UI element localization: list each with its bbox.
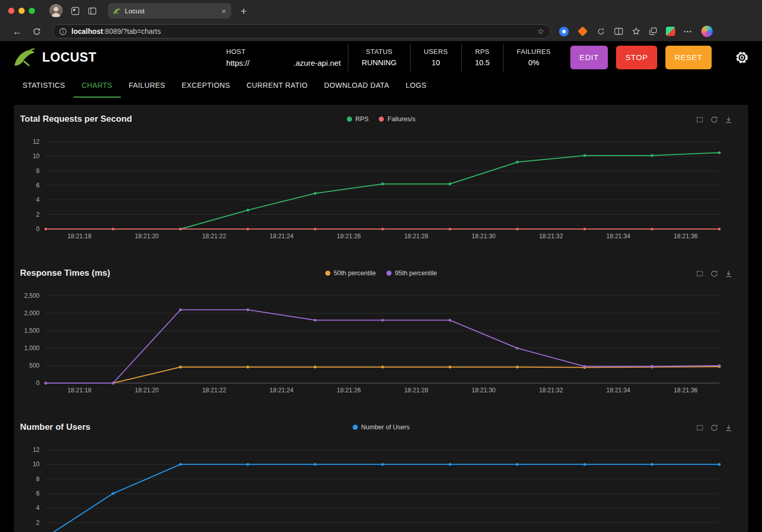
extension-icon-colorful[interactable] — [666, 27, 675, 36]
svg-text:4: 4 — [36, 196, 40, 203]
reset-button[interactable]: RESET — [665, 46, 712, 69]
zoom-select-icon[interactable] — [696, 270, 704, 280]
app-header: LOCUST HOST https://.azure-api.net STATU… — [0, 41, 762, 73]
host-info: HOST https://.azure-api.net — [226, 48, 341, 67]
svg-text:2,000: 2,000 — [24, 310, 40, 317]
host-value: https://.azure-api.net — [226, 59, 341, 67]
svg-text:6: 6 — [36, 490, 40, 497]
zoom-window-button[interactable] — [29, 8, 35, 14]
zoom-select-icon[interactable] — [696, 116, 704, 126]
legend-item[interactable]: 95th percentile — [386, 270, 437, 277]
legend-item[interactable]: RPS — [347, 116, 369, 123]
svg-text:18:21:36: 18:21:36 — [674, 387, 698, 394]
favorites-icon[interactable] — [632, 27, 640, 35]
brand[interactable]: LOCUST — [13, 48, 97, 67]
chart-response-times: Response Times (ms) 50th percentile95th … — [14, 259, 748, 400]
tab-current-ratio[interactable]: CURRENT RATIO — [238, 73, 316, 98]
more-menu-icon[interactable]: ••• — [684, 29, 693, 34]
legend-marker-icon — [325, 271, 330, 276]
download-image-icon[interactable] — [724, 424, 733, 434]
workspaces-icon[interactable] — [71, 7, 80, 15]
svg-text:500: 500 — [29, 362, 40, 369]
legend-item[interactable]: 50th percentile — [325, 270, 376, 277]
extension-icon-blue[interactable] — [559, 27, 569, 36]
app-tabs: STATISTICS CHARTS FAILURES EXCEPTIONS CU… — [0, 73, 762, 98]
zoom-select-icon[interactable] — [696, 424, 704, 434]
address-bar[interactable]: localhost:8089/?tab=charts ☆ — [52, 24, 551, 39]
download-image-icon[interactable] — [724, 116, 733, 126]
locust-logo-icon — [13, 48, 36, 67]
svg-text:4: 4 — [36, 504, 40, 511]
browser-tab[interactable]: Locust × — [108, 3, 231, 18]
bookmark-star-icon[interactable]: ☆ — [537, 27, 544, 36]
tab-charts[interactable]: CHARTS — [73, 73, 121, 98]
svg-text:1,000: 1,000 — [24, 345, 40, 352]
restore-icon[interactable] — [710, 424, 718, 434]
copilot-icon[interactable] — [701, 26, 713, 37]
site-info-icon[interactable] — [59, 28, 67, 35]
chart-legend: 50th percentile95th percentile — [325, 270, 437, 277]
chart-toolbox — [696, 116, 733, 126]
line-chart-response-times[interactable]: 05001,0001,5002,0002,50018:21:1818:21:20… — [14, 281, 748, 400]
sidebar-icon[interactable] — [88, 7, 97, 15]
svg-text:10: 10 — [33, 461, 40, 468]
tab-title: Locust — [125, 7, 144, 15]
stat-label: RPS — [475, 48, 490, 55]
back-icon[interactable]: ← — [12, 27, 22, 36]
stat-status: STATUS RUNNING — [356, 48, 403, 67]
extension-icon-gray[interactable] — [597, 27, 605, 36]
svg-text:18:21:26: 18:21:26 — [337, 387, 361, 394]
brand-title: LOCUST — [42, 50, 97, 65]
svg-text:2: 2 — [36, 519, 40, 526]
chart-toolbox — [696, 424, 733, 434]
svg-text:18:21:20: 18:21:20 — [135, 387, 159, 394]
legend-item[interactable]: Failures/s — [379, 116, 415, 123]
chart-total-requests-per-second: Total Requests per Second RPSFailures/s … — [14, 105, 748, 245]
chart-header: Number of Users Number of Users — [14, 422, 748, 435]
restore-icon[interactable] — [710, 270, 718, 280]
charts-panel: Total Requests per Second RPSFailures/s … — [14, 105, 748, 532]
tab-exceptions[interactable]: EXCEPTIONS — [173, 73, 238, 98]
stop-button[interactable]: STOP — [616, 46, 657, 69]
chart-header: Response Times (ms) 50th percentile95th … — [14, 268, 748, 281]
tab-statistics[interactable]: STATISTICS — [14, 73, 73, 98]
tab-logs[interactable]: LOGS — [398, 73, 435, 98]
svg-text:18:21:18: 18:21:18 — [67, 387, 91, 394]
svg-text:10: 10 — [33, 153, 40, 160]
collections-icon[interactable] — [649, 27, 657, 35]
svg-text:18:21:36: 18:21:36 — [674, 233, 698, 240]
chart-header: Total Requests per Second RPSFailures/s — [14, 114, 748, 127]
stat-users: USERS 10 — [418, 48, 454, 67]
refresh-icon[interactable] — [32, 27, 41, 36]
line-chart-number-of-users[interactable]: 02468101218:21:1818:21:2018:21:2218:21:2… — [14, 435, 748, 532]
split-screen-icon[interactable] — [614, 27, 623, 35]
header-divider — [410, 44, 411, 71]
svg-text:8: 8 — [36, 167, 40, 175]
close-window-button[interactable] — [8, 8, 14, 14]
host-prefix: https:// — [226, 59, 249, 67]
svg-text:18:21:30: 18:21:30 — [472, 233, 496, 240]
restore-icon[interactable] — [710, 116, 718, 126]
tab-download-data[interactable]: DOWNLOAD DATA — [316, 73, 398, 98]
download-image-icon[interactable] — [724, 270, 733, 280]
svg-text:18:21:34: 18:21:34 — [606, 233, 630, 240]
line-chart-total-rps[interactable]: 02468101218:21:1818:21:2018:21:2218:21:2… — [14, 127, 748, 245]
edit-button[interactable]: EDIT — [570, 46, 608, 69]
profile-avatar[interactable] — [49, 4, 63, 17]
window-controls — [8, 8, 35, 14]
legend-item[interactable]: Number of Users — [352, 424, 410, 431]
minimize-window-button[interactable] — [18, 8, 25, 14]
svg-text:18:21:30: 18:21:30 — [472, 387, 496, 394]
svg-text:0: 0 — [36, 379, 40, 387]
svg-text:6: 6 — [36, 182, 40, 189]
host-label: HOST — [226, 48, 341, 55]
browser-toolbar-icons: ••• — [559, 26, 713, 37]
new-tab-button[interactable]: + — [240, 6, 247, 16]
close-tab-icon[interactable]: × — [221, 7, 226, 15]
tab-failures[interactable]: FAILURES — [121, 73, 174, 98]
chart-number-of-users: Number of Users Number of Users 02468101… — [14, 413, 748, 532]
settings-gear-icon[interactable] — [735, 51, 749, 64]
extension-icon-orange[interactable] — [578, 26, 588, 36]
chart-legend: RPSFailures/s — [347, 116, 416, 123]
svg-text:18:21:32: 18:21:32 — [539, 387, 563, 394]
